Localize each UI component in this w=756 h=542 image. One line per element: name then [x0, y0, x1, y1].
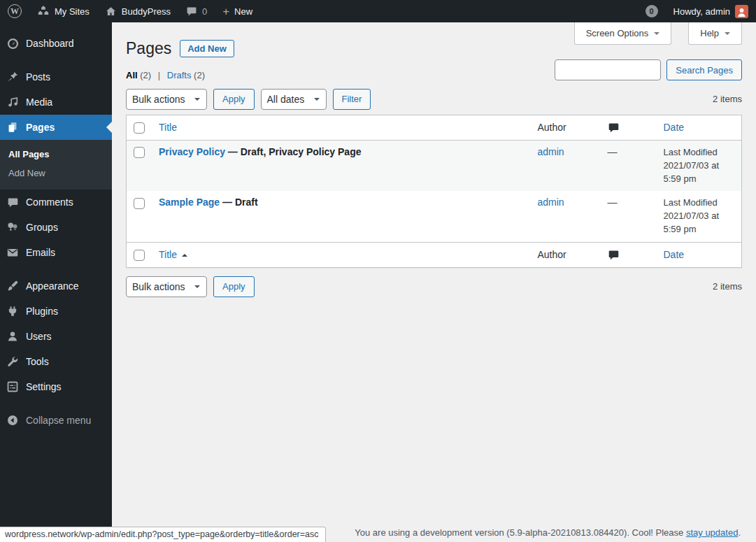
select-all-checkbox[interactable] [134, 250, 145, 261]
admin-sidebar: Dashboard Posts Media Pages All Pages Ad… [0, 22, 112, 542]
menu-separator [0, 399, 112, 408]
sidebar-item-plugins[interactable]: Plugins [0, 299, 112, 324]
stay-updated-link[interactable]: stay updated [686, 527, 738, 538]
sidebar-item-label: Users [26, 331, 52, 342]
row-checkbox[interactable] [134, 147, 145, 158]
bulk-actions-select-wrap: Bulk actions [126, 89, 207, 110]
sort-date-header[interactable]: Date [664, 122, 685, 133]
wordpress-logo-icon: W [8, 4, 22, 18]
envelope-icon [6, 245, 20, 259]
view-all-link[interactable]: All [126, 70, 138, 80]
paintbrush-icon [6, 279, 20, 293]
sort-date-header[interactable]: Date [664, 249, 685, 260]
sidebar-item-label: Tools [26, 356, 49, 367]
user-icon [6, 329, 20, 343]
updates-badge-menu[interactable]: 0 [638, 0, 666, 22]
sidebar-item-label: Pages [26, 122, 55, 133]
plus-icon: + [222, 6, 229, 17]
pushpin-icon [6, 70, 20, 84]
apply-button-bottom[interactable]: Apply [213, 276, 255, 297]
chevron-down-icon [725, 32, 730, 38]
howdy-label: Howdy, admin [673, 6, 730, 17]
author-link[interactable]: admin [538, 197, 564, 208]
submenu-item-add-new[interactable]: Add New [0, 164, 112, 183]
help-button[interactable]: Help [688, 22, 742, 45]
main-content: Screen Options Help Pages Add New Search… [112, 22, 756, 542]
sort-asc-icon [182, 251, 187, 257]
view-drafts-count: (2) [194, 70, 205, 80]
sidebar-item-emails[interactable]: Emails [0, 240, 112, 265]
dates-select[interactable]: All dates [261, 89, 327, 110]
sidebar-item-groups[interactable]: Groups [0, 215, 112, 240]
bulk-actions-select[interactable]: Bulk actions [126, 89, 207, 110]
submenu-item-all-pages[interactable]: All Pages [0, 145, 112, 164]
account-menu[interactable]: Howdy, admin [666, 0, 756, 22]
my-sites-label: My Sites [55, 6, 90, 17]
comment-count: 0 [202, 6, 207, 17]
dates-select-wrap: All dates [261, 89, 327, 110]
view-all-count: (2) [140, 70, 151, 80]
browser-status-url: wordpress.network/wp-admin/edit.php?post… [0, 527, 326, 542]
sidebar-item-comments[interactable]: Comments [0, 190, 112, 215]
bulk-actions-select-bottom[interactable]: Bulk actions [126, 276, 207, 297]
sidebar-item-label: Media [26, 97, 52, 108]
table-header-row: Title Author Date [127, 115, 742, 140]
sort-title-header[interactable]: Title [159, 249, 177, 260]
page-title-link[interactable]: Sample Page [159, 197, 220, 208]
post-state: — Draft [222, 197, 258, 208]
view-separator: | [158, 70, 160, 80]
screen-meta-links: Screen Options Help [574, 22, 742, 45]
sidebar-item-label: Emails [26, 247, 55, 258]
chevron-down-icon [654, 32, 659, 38]
page-title-link[interactable]: Privacy Policy [159, 146, 225, 157]
sidebar-item-pages[interactable]: Pages [0, 115, 112, 140]
sort-title-header[interactable]: Title [159, 122, 177, 133]
sidebar-item-posts[interactable]: Posts [0, 64, 112, 90]
post-state: — Draft, Privacy Policy Page [228, 146, 362, 157]
select-all-checkbox[interactable] [134, 122, 145, 134]
sidebar-item-users[interactable]: Users [0, 324, 112, 349]
search-input[interactable] [555, 59, 661, 80]
items-count: 2 items [713, 281, 742, 292]
author-link[interactable]: admin [538, 146, 564, 157]
menu-separator [0, 56, 112, 64]
wrench-icon [6, 355, 20, 369]
author-header: Author [538, 249, 566, 260]
plug-icon [6, 304, 20, 318]
tablenav-top: Bulk actions Apply All dates Filter 2 it… [126, 89, 742, 110]
my-sites-menu[interactable]: My Sites [29, 0, 97, 22]
add-new-button[interactable]: Add New [180, 40, 234, 57]
admin-bar-right: 0 Howdy, admin [638, 0, 756, 22]
sidebar-item-tools[interactable]: Tools [0, 349, 112, 374]
view-drafts-link[interactable]: Drafts [167, 70, 192, 80]
author-header: Author [538, 122, 566, 133]
new-content-menu[interactable]: + New [215, 0, 260, 22]
sidebar-item-label: Appearance [26, 280, 79, 292]
comments-menu[interactable]: 0 [178, 0, 215, 22]
sidebar-item-dashboard[interactable]: Dashboard [0, 31, 112, 56]
sidebar-item-label: Dashboard [26, 38, 74, 49]
pages-icon [6, 120, 20, 134]
sidebar-item-appearance[interactable]: Appearance [0, 273, 112, 299]
screen-options-button[interactable]: Screen Options [574, 22, 672, 45]
comments-column-icon [608, 249, 620, 261]
sidebar-item-media[interactable]: Media [0, 90, 112, 115]
apply-button[interactable]: Apply [213, 89, 255, 110]
avatar [735, 5, 748, 18]
collapse-menu-button[interactable]: Collapse menu [0, 408, 112, 433]
comment-count-dash: — [608, 197, 618, 208]
comment-count-dash: — [608, 146, 618, 157]
sidebar-item-label: Plugins [26, 306, 58, 317]
home-icon [105, 6, 117, 17]
search-pages-button[interactable]: Search Pages [666, 59, 742, 80]
admin-bar: W My Sites BuddyPress 0 + New 0 [0, 0, 756, 22]
sliders-icon [6, 380, 20, 394]
sidebar-item-settings[interactable]: Settings [0, 374, 112, 399]
filter-button[interactable]: Filter [333, 89, 371, 110]
wp-logo-menu[interactable]: W [0, 0, 29, 22]
footer-version-text: You are using a development version (5.9… [355, 527, 741, 538]
items-count: 2 items [713, 94, 742, 104]
sidebar-item-label: Groups [26, 222, 58, 233]
row-checkbox[interactable] [134, 198, 145, 209]
site-name-menu[interactable]: BuddyPress [97, 0, 178, 22]
